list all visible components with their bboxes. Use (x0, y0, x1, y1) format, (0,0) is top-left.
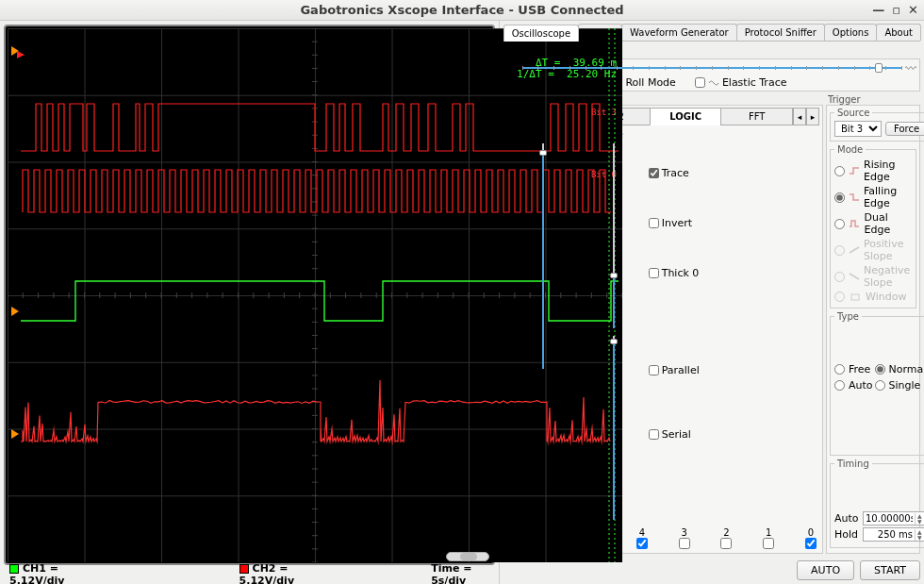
dual-edge-icon (849, 219, 861, 228)
horizontal-scrollbar[interactable] (446, 552, 489, 561)
bit-checkbox-0[interactable] (805, 538, 817, 549)
bit-label-3: 3 (678, 527, 691, 538)
maximize-icon[interactable]: ▫ (892, 3, 900, 17)
titlebar: Gabotronics Xscope Interface - USB Conne… (0, 0, 924, 21)
tab-protocol-sniffer[interactable]: Protocol Sniffer (736, 24, 825, 41)
timebase-slider[interactable] (522, 63, 901, 73)
pos-slope-radio: Positive Slope (834, 237, 912, 263)
type-free-radio[interactable]: Free (834, 362, 873, 376)
bit-label-2: 2 (719, 527, 733, 538)
trigger-source-group: Source Bit 3 Force (830, 108, 924, 142)
tab-waveform-generator[interactable]: Waveform Generator (621, 24, 737, 41)
neg-slope-icon (849, 272, 860, 281)
auto-timing-label: Auto (834, 512, 859, 525)
bit-label-1: 1 (762, 527, 775, 538)
ch2-color-swatch (239, 564, 249, 574)
type-normal-radio[interactable]: Normal (875, 362, 924, 376)
bit-checkbox-1[interactable] (763, 538, 774, 549)
type-auto-radio[interactable]: Auto (834, 378, 873, 392)
channel-prev-button[interactable]: ◂ (793, 108, 806, 125)
bit-checkbox-4[interactable] (636, 538, 648, 549)
parallel-checkbox[interactable]: Parallel (649, 364, 819, 376)
status-time: Time = 5s/div (431, 562, 489, 584)
rising-edge-radio[interactable]: Rising Edge (834, 158, 912, 184)
bit-checkbox-3[interactable] (679, 538, 690, 549)
tab-about[interactable]: About (876, 24, 921, 41)
force-trigger-button[interactable]: Force (885, 122, 924, 136)
ch1-color-swatch (9, 564, 19, 574)
dual-edge-radio[interactable]: Dual Edge (834, 210, 912, 237)
auto-button[interactable]: AUTO (797, 560, 854, 580)
channel-tab-fft[interactable]: FFT (720, 108, 793, 125)
invert-checkbox[interactable]: Invert (649, 217, 819, 229)
window-buttons: — ▫ ✕ (872, 3, 918, 17)
elastic-icon (708, 78, 719, 88)
sine-fast-icon (905, 63, 916, 73)
trigger-source-select[interactable]: Bit 3 (834, 121, 882, 137)
hold-timing-spinner[interactable]: ▲▼ (863, 527, 924, 542)
trace-checkbox[interactable]: Trace (649, 167, 819, 179)
minimize-icon[interactable]: — (872, 3, 884, 17)
svg-rect-2 (851, 294, 859, 300)
start-button[interactable]: START (860, 560, 920, 580)
bit-label-0: 0 (804, 527, 817, 538)
falling-edge-icon (849, 192, 860, 202)
trigger-mode-group: Mode Rising Edge Falling Edge Dual Edge … (830, 144, 916, 309)
pos-slope-icon (849, 245, 860, 255)
window-title: Gabotronics Xscope Interface - USB Conne… (300, 3, 623, 17)
tab-oscilloscope[interactable]: Oscilloscope (503, 25, 579, 42)
trigger-type-group: Type Free Normal Auto Single (830, 311, 924, 456)
position-slider[interactable] (507, 143, 579, 369)
pull-slider[interactable] (581, 336, 647, 521)
window-radio: Window (834, 290, 912, 304)
auto-timing-spinner[interactable]: ▲▼ (863, 511, 924, 526)
trigger-panel: Source Bit 3 Force Mode Rising Edge Fall… (826, 105, 920, 554)
rising-edge-icon (849, 166, 860, 175)
type-single-radio[interactable]: Single (875, 378, 924, 392)
bit-label-4: 4 (635, 527, 649, 538)
tab-options[interactable]: Options (824, 24, 878, 41)
hold-timing-label: Hold (834, 528, 859, 541)
thick0-checkbox[interactable]: Thick 0 (649, 267, 819, 279)
close-icon[interactable]: ✕ (908, 3, 918, 17)
serial-checkbox[interactable]: Serial (649, 428, 819, 441)
size-slider[interactable] (581, 143, 647, 328)
main-tabs: OscilloscopeMeterWaveform GeneratorProto… (503, 24, 920, 42)
trigger-label: Trigger (826, 94, 920, 105)
trigger-timing-group: Timing Auto ▲▼ Hold ▲▼ (830, 459, 924, 548)
bit-checkbox-2[interactable] (720, 538, 732, 549)
status-bar: CH1 = 5.12V/div CH2 = 5.12V/div Time = 5… (4, 565, 495, 584)
neg-slope-radio: Negative Slope (834, 263, 912, 290)
oscilloscope-display[interactable] (4, 25, 495, 565)
window-icon (849, 292, 862, 302)
channel-next-button[interactable]: ▸ (806, 108, 819, 125)
elastic-trace-checkbox[interactable]: Elastic Trace (695, 76, 787, 89)
falling-edge-radio[interactable]: Falling Edge (834, 184, 912, 210)
channel-tab-logic[interactable]: LOGIC (650, 108, 722, 125)
